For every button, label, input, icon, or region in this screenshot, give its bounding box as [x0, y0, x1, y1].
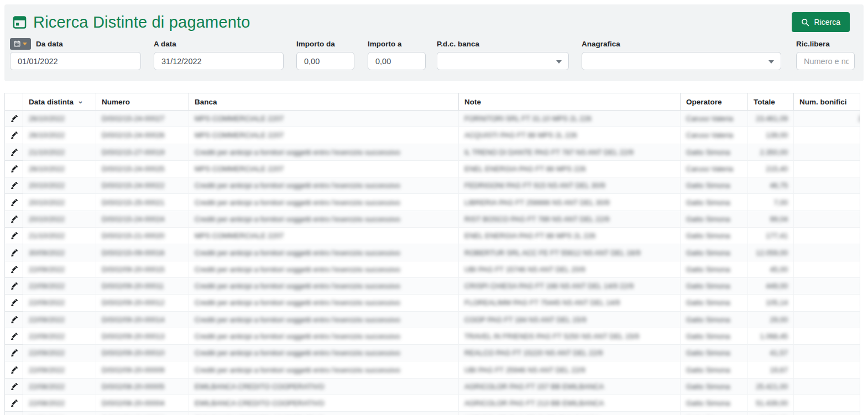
cell-num-bonifici: 1: [794, 312, 860, 328]
importo-da-input[interactable]: [296, 52, 354, 70]
edit-row-button[interactable]: [5, 395, 23, 411]
edit-row-button[interactable]: [5, 328, 23, 344]
edit-row-button[interactable]: [5, 111, 23, 127]
cell-operatore: Gatto Simona: [681, 278, 748, 295]
cell-note: ROBERTUR SRL ACC FE FT 55612 NS ANT DEL …: [459, 244, 681, 261]
edit-row-button[interactable]: [5, 161, 23, 177]
edit-cell: [5, 177, 23, 194]
table-row: 21/10/2022 DIS02/15-27-00019 Crediti per…: [5, 144, 860, 161]
edit-row-button[interactable]: [5, 278, 23, 294]
calendar-caret-icon: [23, 43, 27, 45]
cell-data-distinta: 26/10/2022: [23, 127, 96, 144]
cell-note: REALCO PAG FT 15220 NS ANT DEL 22/9: [459, 345, 681, 361]
cell-operatore: Gatto Simona: [681, 328, 748, 345]
cell-note: AGRICOLOR PAG FT 157 BB EMILBANCA: [459, 379, 681, 395]
edit-row-button[interactable]: [5, 295, 23, 311]
cell-totale: 1.068,45: [748, 328, 794, 345]
a-data-input[interactable]: [154, 52, 284, 70]
column-header-numero[interactable]: Numero: [96, 93, 189, 111]
edit-row-button[interactable]: [5, 127, 23, 143]
edit-cell: [5, 244, 23, 261]
edit-cell: [5, 295, 23, 311]
filter-pdc-banca: P.d.c. banca: [437, 38, 569, 70]
cell-numero: DIS02/08-20-00003: [96, 412, 189, 415]
edit-row-button[interactable]: [5, 412, 23, 415]
cell-numero: DIS02/09-20-00013: [96, 328, 189, 345]
sort-chevron-icon: ⌄: [77, 97, 83, 105]
anagrafica-label: Anagrafica: [582, 40, 620, 48]
pencil-icon: [11, 400, 18, 407]
edit-row-button[interactable]: [5, 244, 23, 260]
cell-totale: 46,75: [748, 177, 794, 194]
anagrafica-select[interactable]: [582, 52, 781, 70]
cell-totale: 99,04: [748, 211, 794, 228]
importo-a-input[interactable]: [368, 52, 426, 70]
cell-totale: 7,00: [748, 194, 794, 211]
edit-row-button[interactable]: [5, 177, 23, 193]
edit-row-button[interactable]: [5, 361, 23, 377]
cell-data-distinta: 22/08/2022: [23, 395, 96, 412]
column-header-num-bonifici[interactable]: Num. bonifici: [794, 93, 860, 111]
edit-row-button[interactable]: [5, 261, 23, 277]
edit-row-button[interactable]: [5, 312, 23, 328]
results-table: Data distinta ⌄ Numero Banca Note Operat…: [4, 93, 860, 415]
cell-numero: DIS02/15-24-00025: [96, 161, 189, 177]
edit-row-button[interactable]: [5, 144, 23, 160]
edit-row-button[interactable]: [5, 379, 23, 395]
cell-data-distinta: 22/09/2022: [23, 278, 96, 295]
calendar-dropdown-button[interactable]: [10, 38, 31, 50]
cell-totale: 215,40: [748, 161, 794, 177]
column-header-edit: [5, 93, 23, 111]
page-title: Ricerca Distinte di pagamento: [33, 13, 250, 31]
edit-row-button[interactable]: [5, 194, 23, 210]
edit-row-button[interactable]: [5, 345, 23, 361]
cell-numero: DIS02/08-20-00005: [96, 379, 189, 395]
table-row: 22/09/2022 DIS02/09-20-00015 Crediti per…: [5, 261, 860, 278]
cell-totale: 45,00: [748, 261, 794, 278]
cell-numero: DIS02/15-25-00021: [96, 194, 189, 211]
cell-data-distinta: 26/10/2022: [23, 161, 96, 177]
pencil-icon: [11, 149, 18, 156]
edit-cell: [5, 111, 23, 127]
column-header-operatore[interactable]: Operatore: [681, 93, 748, 111]
cell-totale: 12.059,00: [748, 244, 794, 261]
table-row: 20/10/2022 DIS02/15-25-00021 Crediti per…: [5, 194, 860, 211]
pencil-icon: [11, 316, 18, 323]
table-row: 26/10/2022 DIS02/15-24-00027 MPS COMMERC…: [5, 111, 860, 127]
table-row: 20/10/2022 DIS02/15-24-00024 Crediti per…: [5, 211, 860, 228]
column-header-data-distinta[interactable]: Data distinta ⌄: [23, 93, 96, 111]
cell-numero: DIS02/09-20-00009: [96, 361, 189, 378]
column-header-note[interactable]: Note: [459, 93, 681, 111]
pdc-banca-select[interactable]: [437, 52, 569, 70]
cell-operatore: Gatto Simona: [681, 345, 748, 361]
cell-operatore: Gatto Simona: [681, 228, 748, 244]
cell-operatore: Gatto Simona: [681, 244, 748, 261]
da-data-input[interactable]: [10, 52, 141, 70]
edit-row-button[interactable]: [5, 228, 23, 244]
edit-cell: [5, 395, 23, 412]
ric-libera-input[interactable]: [796, 52, 855, 70]
cell-totale: 105,14: [748, 295, 794, 311]
cell-operatore: Gatto Simona: [681, 144, 748, 161]
pencil-icon: [11, 266, 18, 273]
cell-banca: Crediti per anticipi a fornitori soggett…: [189, 345, 459, 361]
da-data-label: Da data: [36, 40, 63, 48]
cell-totale: 29,00: [748, 312, 794, 328]
cell-data-distinta: 22/08/2022: [23, 379, 96, 395]
table-header-row: Data distinta ⌄ Numero Banca Note Operat…: [5, 93, 860, 111]
pencil-icon: [11, 333, 18, 340]
filter-importo-a: Importo a: [368, 38, 426, 70]
cell-note: AGRICOLOR PAG FT 98 BB EMILBANCA: [459, 412, 681, 415]
edit-cell: [5, 412, 23, 415]
cell-note: UBI PAG FT 15746 NS ANT DEL 20/9: [459, 261, 681, 278]
search-button[interactable]: Ricerca: [792, 12, 850, 32]
column-header-totale[interactable]: Totale: [748, 93, 794, 111]
cell-banca: EMILBANCA CREDITO COOPERATIVO: [189, 395, 459, 412]
column-header-banca[interactable]: Banca: [189, 93, 459, 111]
table-row: 21/10/2022 DIS02/15-21-00020 MPS COMMERC…: [5, 228, 860, 244]
cell-numero: DIS02/15-24-00027: [96, 111, 189, 127]
edit-row-button[interactable]: [5, 211, 23, 227]
cell-totale: 23.461,09: [748, 111, 794, 127]
cell-note: CRISPI CHIESA PAG FT 166 NS ANT DEL 14/9…: [459, 278, 681, 295]
cell-data-distinta: 22/09/2022: [23, 295, 96, 311]
